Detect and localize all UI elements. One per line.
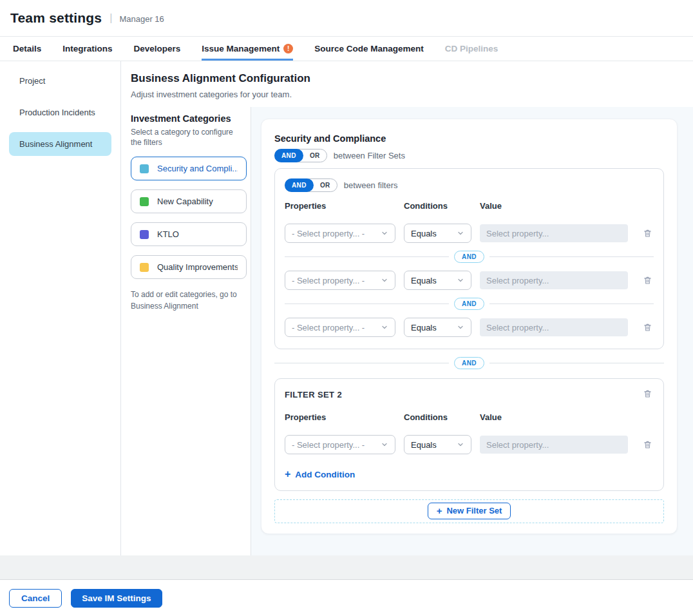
category-security-and-compliance[interactable]: Security and Compli... bbox=[131, 157, 247, 180]
category-color-swatch bbox=[140, 164, 149, 173]
category-color-swatch bbox=[140, 263, 149, 272]
between-filters-label: between filters bbox=[344, 180, 398, 190]
chevron-down-icon bbox=[457, 276, 464, 284]
between-sets-connector: AND bbox=[274, 357, 664, 369]
condition-select[interactable]: Equals bbox=[404, 435, 471, 454]
and-connector: AND bbox=[285, 298, 654, 310]
condition-select[interactable]: Equals bbox=[404, 224, 471, 243]
and-connector: AND bbox=[285, 251, 654, 263]
condition-select[interactable]: Equals bbox=[404, 318, 471, 337]
and-connector-pill: AND bbox=[454, 357, 484, 369]
delete-filter-set-button[interactable] bbox=[641, 387, 654, 400]
trash-icon bbox=[643, 228, 652, 238]
settings-sidebar: Project Production Incidents Business Al… bbox=[0, 61, 121, 555]
filter-set-2-header: FILTER SET 2 bbox=[285, 387, 654, 400]
trash-icon bbox=[643, 439, 652, 450]
page-subtitle: Adjust investment categories for your te… bbox=[131, 90, 680, 99]
tab-integrations[interactable]: Integrations bbox=[62, 37, 112, 61]
filters-title: Security and Compliance bbox=[274, 133, 664, 144]
value-header: Value bbox=[480, 201, 628, 211]
filter-row: - Select property... - Equals bbox=[285, 435, 654, 454]
settings-tabbar: Details Integrations Developers Issue Ma… bbox=[0, 37, 693, 61]
value-input[interactable] bbox=[480, 318, 628, 336]
categories-heading: Investment Categories bbox=[131, 113, 245, 124]
property-select[interactable]: - Select property... - bbox=[285, 271, 395, 290]
sidebar-item-project[interactable]: Project bbox=[9, 69, 111, 93]
column-headers: Properties Conditions Value bbox=[285, 201, 654, 211]
chevron-down-icon bbox=[381, 229, 388, 237]
property-select[interactable]: - Select property... - bbox=[285, 318, 395, 337]
chevron-down-icon bbox=[457, 323, 464, 331]
category-quality-improvements[interactable]: Quality Improvements bbox=[131, 255, 247, 279]
category-ktlo[interactable]: KTLO bbox=[131, 222, 247, 246]
delete-filter-button[interactable] bbox=[641, 438, 654, 451]
tab-source-code-management[interactable]: Source Code Management bbox=[314, 37, 424, 61]
filter-set-2-title: FILTER SET 2 bbox=[285, 387, 342, 399]
chevron-down-icon bbox=[381, 276, 388, 284]
categories-note: To add or edit categories, go to Busines… bbox=[131, 289, 237, 312]
value-header: Value bbox=[480, 412, 628, 422]
or-option[interactable]: OR bbox=[303, 152, 327, 159]
app-header: Team settings | Manager 16 bbox=[0, 0, 693, 37]
investment-categories-panel: Investment Categories Select a category … bbox=[121, 107, 251, 555]
new-filter-set-button[interactable]: + New Filter Set bbox=[428, 503, 511, 519]
category-color-swatch bbox=[140, 230, 149, 239]
title-separator: | bbox=[109, 12, 112, 24]
right-region: Business Alignment Configuration Adjust … bbox=[121, 61, 693, 555]
trash-icon bbox=[643, 275, 652, 285]
and-option[interactable]: AND bbox=[274, 149, 303, 162]
or-option[interactable]: OR bbox=[314, 182, 337, 189]
delete-filter-button[interactable] bbox=[641, 227, 654, 240]
value-input[interactable] bbox=[480, 224, 628, 242]
tab-cd-pipelines: CD Pipelines bbox=[445, 37, 498, 61]
conditions-header: Conditions bbox=[404, 412, 471, 422]
team-name: Manager 16 bbox=[119, 13, 164, 24]
alert-badge-icon: ! bbox=[283, 44, 293, 53]
sidebar-item-production-incidents[interactable]: Production Incidents bbox=[9, 101, 111, 124]
set-operator-toggle[interactable]: AND OR bbox=[274, 149, 327, 162]
tab-details[interactable]: Details bbox=[13, 37, 41, 61]
plus-icon: + bbox=[285, 468, 290, 480]
tab-developers[interactable]: Developers bbox=[134, 37, 181, 61]
content-area: Project Production Incidents Business Al… bbox=[0, 61, 693, 555]
columns-row: Investment Categories Select a category … bbox=[121, 107, 693, 555]
chevron-down-icon bbox=[381, 323, 388, 331]
save-im-settings-button[interactable]: Save IM Settings bbox=[71, 589, 162, 608]
and-connector-pill: AND bbox=[454, 251, 484, 263]
conditions-header: Conditions bbox=[404, 201, 471, 211]
trash-icon bbox=[643, 389, 652, 399]
filter-row: - Select property... - Equals bbox=[285, 224, 654, 243]
delete-filter-button[interactable] bbox=[641, 321, 654, 334]
sidebar-item-business-alignment[interactable]: Business Alignment bbox=[9, 132, 111, 156]
condition-select[interactable]: Equals bbox=[404, 271, 471, 290]
tab-issue-management[interactable]: Issue Management ! bbox=[202, 37, 293, 61]
property-select[interactable]: - Select property... - bbox=[285, 435, 395, 454]
plus-icon: + bbox=[437, 505, 442, 516]
properties-header: Properties bbox=[285, 201, 395, 211]
value-input[interactable] bbox=[480, 436, 628, 454]
filter-operator-toggle[interactable]: AND OR bbox=[285, 178, 337, 192]
app-title: Team settings bbox=[10, 10, 102, 26]
add-condition-button[interactable]: + Add Condition bbox=[285, 468, 355, 480]
spacer-strip bbox=[0, 555, 693, 579]
property-select[interactable]: - Select property... - bbox=[285, 224, 395, 243]
delete-filter-button[interactable] bbox=[641, 274, 654, 287]
page-title: Business Alignment Configuration bbox=[131, 72, 680, 85]
cancel-button[interactable]: Cancel bbox=[9, 589, 62, 608]
trash-icon bbox=[643, 322, 652, 332]
and-option[interactable]: AND bbox=[285, 178, 314, 192]
column-headers: Properties Conditions Value bbox=[285, 412, 654, 422]
chevron-down-icon bbox=[457, 229, 464, 237]
category-new-capability[interactable]: New Capability bbox=[131, 189, 247, 213]
filter-row: - Select property... - Equals bbox=[285, 271, 654, 290]
new-filter-set-zone: + New Filter Set bbox=[274, 499, 664, 523]
filters-card: Security and Compliance AND OR between F… bbox=[261, 119, 678, 534]
chevron-down-icon bbox=[381, 441, 388, 448]
value-input[interactable] bbox=[480, 271, 628, 289]
chevron-down-icon bbox=[457, 441, 464, 448]
page-title-block: Business Alignment Configuration Adjust … bbox=[121, 61, 693, 107]
filters-pane: Security and Compliance AND OR between F… bbox=[251, 107, 693, 555]
filter-set-1: AND OR between filters Properties Condit… bbox=[274, 168, 664, 349]
between-filters-operator-row: AND OR between filters bbox=[285, 178, 654, 192]
filter-set-2: FILTER SET 2 Properties Conditions Value bbox=[274, 378, 664, 491]
